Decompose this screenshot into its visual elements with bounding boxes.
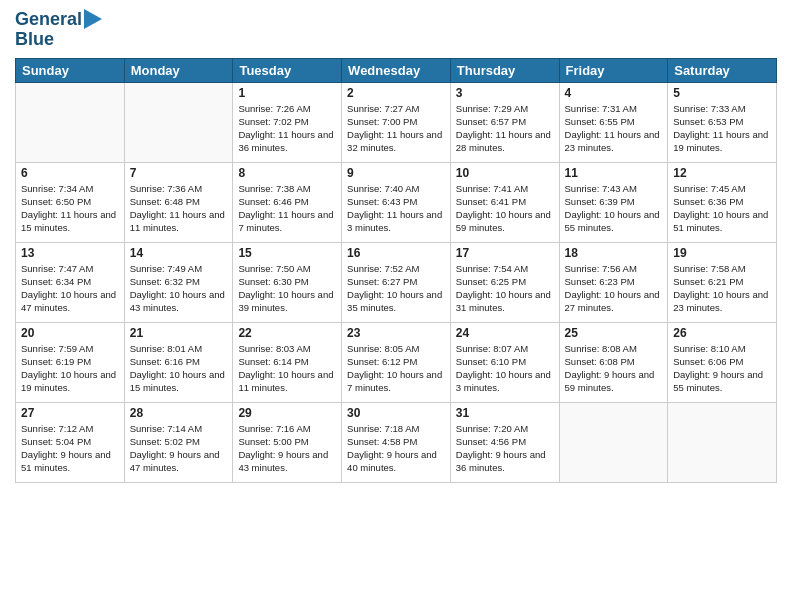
week-row-2: 6Sunrise: 7:34 AMSunset: 6:50 PMDaylight…	[16, 162, 777, 242]
day-number: 26	[673, 326, 771, 340]
day-number: 2	[347, 86, 445, 100]
day-sun-info: Sunrise: 7:52 AMSunset: 6:27 PMDaylight:…	[347, 262, 445, 315]
day-number: 29	[238, 406, 336, 420]
calendar-cell: 21Sunrise: 8:01 AMSunset: 6:16 PMDayligh…	[124, 322, 233, 402]
calendar-cell	[559, 402, 668, 482]
calendar-cell: 24Sunrise: 8:07 AMSunset: 6:10 PMDayligh…	[450, 322, 559, 402]
calendar-cell: 11Sunrise: 7:43 AMSunset: 6:39 PMDayligh…	[559, 162, 668, 242]
day-sun-info: Sunrise: 7:58 AMSunset: 6:21 PMDaylight:…	[673, 262, 771, 315]
logo-arrow-icon	[84, 9, 102, 29]
day-sun-info: Sunrise: 7:36 AMSunset: 6:48 PMDaylight:…	[130, 182, 228, 235]
day-sun-info: Sunrise: 8:03 AMSunset: 6:14 PMDaylight:…	[238, 342, 336, 395]
calendar-cell: 12Sunrise: 7:45 AMSunset: 6:36 PMDayligh…	[668, 162, 777, 242]
week-row-4: 20Sunrise: 7:59 AMSunset: 6:19 PMDayligh…	[16, 322, 777, 402]
weekday-header-tuesday: Tuesday	[233, 58, 342, 82]
day-sun-info: Sunrise: 7:26 AMSunset: 7:02 PMDaylight:…	[238, 102, 336, 155]
svg-marker-0	[84, 9, 102, 29]
week-row-3: 13Sunrise: 7:47 AMSunset: 6:34 PMDayligh…	[16, 242, 777, 322]
calendar-cell: 20Sunrise: 7:59 AMSunset: 6:19 PMDayligh…	[16, 322, 125, 402]
calendar-cell: 18Sunrise: 7:56 AMSunset: 6:23 PMDayligh…	[559, 242, 668, 322]
calendar-cell: 3Sunrise: 7:29 AMSunset: 6:57 PMDaylight…	[450, 82, 559, 162]
calendar-cell: 29Sunrise: 7:16 AMSunset: 5:00 PMDayligh…	[233, 402, 342, 482]
calendar-cell: 2Sunrise: 7:27 AMSunset: 7:00 PMDaylight…	[342, 82, 451, 162]
calendar-cell: 10Sunrise: 7:41 AMSunset: 6:41 PMDayligh…	[450, 162, 559, 242]
calendar-cell: 22Sunrise: 8:03 AMSunset: 6:14 PMDayligh…	[233, 322, 342, 402]
week-row-5: 27Sunrise: 7:12 AMSunset: 5:04 PMDayligh…	[16, 402, 777, 482]
weekday-header-saturday: Saturday	[668, 58, 777, 82]
logo: General Blue	[15, 10, 102, 50]
day-sun-info: Sunrise: 7:56 AMSunset: 6:23 PMDaylight:…	[565, 262, 663, 315]
day-sun-info: Sunrise: 7:12 AMSunset: 5:04 PMDaylight:…	[21, 422, 119, 475]
day-number: 22	[238, 326, 336, 340]
weekday-header-row: SundayMondayTuesdayWednesdayThursdayFrid…	[16, 58, 777, 82]
day-sun-info: Sunrise: 7:40 AMSunset: 6:43 PMDaylight:…	[347, 182, 445, 235]
calendar-cell	[124, 82, 233, 162]
calendar-cell: 23Sunrise: 8:05 AMSunset: 6:12 PMDayligh…	[342, 322, 451, 402]
weekday-header-sunday: Sunday	[16, 58, 125, 82]
day-number: 23	[347, 326, 445, 340]
calendar-cell: 30Sunrise: 7:18 AMSunset: 4:58 PMDayligh…	[342, 402, 451, 482]
calendar-cell: 9Sunrise: 7:40 AMSunset: 6:43 PMDaylight…	[342, 162, 451, 242]
weekday-header-thursday: Thursday	[450, 58, 559, 82]
day-number: 24	[456, 326, 554, 340]
day-number: 1	[238, 86, 336, 100]
weekday-header-wednesday: Wednesday	[342, 58, 451, 82]
calendar-cell: 13Sunrise: 7:47 AMSunset: 6:34 PMDayligh…	[16, 242, 125, 322]
day-sun-info: Sunrise: 7:38 AMSunset: 6:46 PMDaylight:…	[238, 182, 336, 235]
day-sun-info: Sunrise: 7:27 AMSunset: 7:00 PMDaylight:…	[347, 102, 445, 155]
calendar-cell: 27Sunrise: 7:12 AMSunset: 5:04 PMDayligh…	[16, 402, 125, 482]
calendar-cell: 4Sunrise: 7:31 AMSunset: 6:55 PMDaylight…	[559, 82, 668, 162]
logo-text: General	[15, 10, 82, 30]
day-number: 25	[565, 326, 663, 340]
day-sun-info: Sunrise: 7:59 AMSunset: 6:19 PMDaylight:…	[21, 342, 119, 395]
day-number: 12	[673, 166, 771, 180]
calendar-cell: 16Sunrise: 7:52 AMSunset: 6:27 PMDayligh…	[342, 242, 451, 322]
calendar-cell	[16, 82, 125, 162]
day-sun-info: Sunrise: 7:33 AMSunset: 6:53 PMDaylight:…	[673, 102, 771, 155]
day-number: 13	[21, 246, 119, 260]
weekday-header-monday: Monday	[124, 58, 233, 82]
day-number: 14	[130, 246, 228, 260]
calendar-cell: 26Sunrise: 8:10 AMSunset: 6:06 PMDayligh…	[668, 322, 777, 402]
calendar-cell: 31Sunrise: 7:20 AMSunset: 4:56 PMDayligh…	[450, 402, 559, 482]
day-number: 21	[130, 326, 228, 340]
day-sun-info: Sunrise: 7:18 AMSunset: 4:58 PMDaylight:…	[347, 422, 445, 475]
calendar-cell: 5Sunrise: 7:33 AMSunset: 6:53 PMDaylight…	[668, 82, 777, 162]
day-sun-info: Sunrise: 7:43 AMSunset: 6:39 PMDaylight:…	[565, 182, 663, 235]
day-sun-info: Sunrise: 7:41 AMSunset: 6:41 PMDaylight:…	[456, 182, 554, 235]
header: General Blue	[15, 10, 777, 50]
calendar-cell: 6Sunrise: 7:34 AMSunset: 6:50 PMDaylight…	[16, 162, 125, 242]
day-sun-info: Sunrise: 7:16 AMSunset: 5:00 PMDaylight:…	[238, 422, 336, 475]
day-number: 15	[238, 246, 336, 260]
day-sun-info: Sunrise: 8:01 AMSunset: 6:16 PMDaylight:…	[130, 342, 228, 395]
day-sun-info: Sunrise: 8:07 AMSunset: 6:10 PMDaylight:…	[456, 342, 554, 395]
day-number: 19	[673, 246, 771, 260]
page: General Blue SundayMondayTuesdayWednesda…	[0, 0, 792, 612]
day-sun-info: Sunrise: 8:10 AMSunset: 6:06 PMDaylight:…	[673, 342, 771, 395]
calendar: SundayMondayTuesdayWednesdayThursdayFrid…	[15, 58, 777, 483]
day-number: 16	[347, 246, 445, 260]
day-sun-info: Sunrise: 7:47 AMSunset: 6:34 PMDaylight:…	[21, 262, 119, 315]
week-row-1: 1Sunrise: 7:26 AMSunset: 7:02 PMDaylight…	[16, 82, 777, 162]
calendar-cell	[668, 402, 777, 482]
day-number: 3	[456, 86, 554, 100]
logo-blue-text: Blue	[15, 29, 54, 49]
day-sun-info: Sunrise: 7:54 AMSunset: 6:25 PMDaylight:…	[456, 262, 554, 315]
day-sun-info: Sunrise: 7:31 AMSunset: 6:55 PMDaylight:…	[565, 102, 663, 155]
day-sun-info: Sunrise: 7:45 AMSunset: 6:36 PMDaylight:…	[673, 182, 771, 235]
day-number: 5	[673, 86, 771, 100]
day-number: 17	[456, 246, 554, 260]
day-number: 4	[565, 86, 663, 100]
day-number: 10	[456, 166, 554, 180]
day-number: 31	[456, 406, 554, 420]
day-sun-info: Sunrise: 7:20 AMSunset: 4:56 PMDaylight:…	[456, 422, 554, 475]
day-number: 11	[565, 166, 663, 180]
calendar-cell: 17Sunrise: 7:54 AMSunset: 6:25 PMDayligh…	[450, 242, 559, 322]
day-number: 18	[565, 246, 663, 260]
day-sun-info: Sunrise: 7:50 AMSunset: 6:30 PMDaylight:…	[238, 262, 336, 315]
day-sun-info: Sunrise: 7:14 AMSunset: 5:02 PMDaylight:…	[130, 422, 228, 475]
calendar-cell: 25Sunrise: 8:08 AMSunset: 6:08 PMDayligh…	[559, 322, 668, 402]
calendar-cell: 19Sunrise: 7:58 AMSunset: 6:21 PMDayligh…	[668, 242, 777, 322]
day-number: 30	[347, 406, 445, 420]
day-sun-info: Sunrise: 8:08 AMSunset: 6:08 PMDaylight:…	[565, 342, 663, 395]
